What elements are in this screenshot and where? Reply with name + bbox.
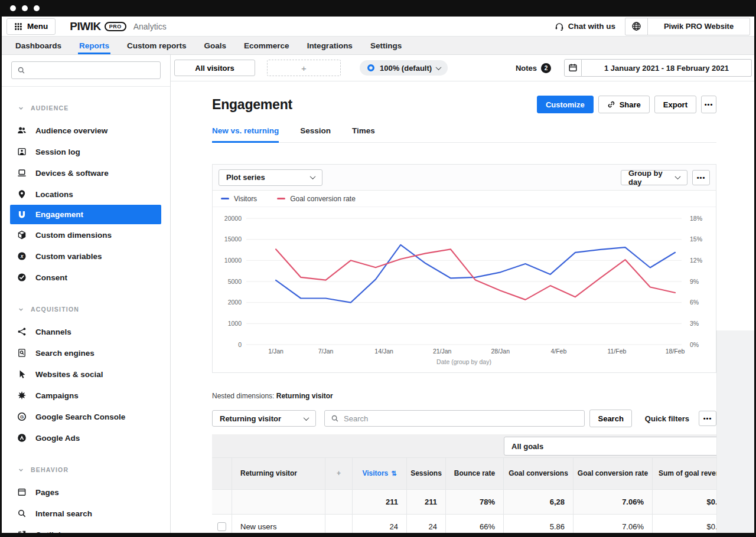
sidebar-item-internal-search[interactable]: Internal search	[2, 503, 161, 524]
nav-tab-integrations[interactable]: Integrations	[298, 37, 361, 54]
nav-tab-reports[interactable]: Reports	[70, 37, 118, 54]
all-goals-select[interactable]: All goals	[504, 437, 716, 456]
sidebar-item-channels[interactable]: Channels	[2, 321, 161, 342]
segment-all-visitors-button[interactable]: All visitors	[174, 60, 255, 76]
nav-tab-custom-reports[interactable]: Custom reports	[118, 37, 195, 54]
sidebar-item-devices-software[interactable]: Devices & software	[2, 162, 161, 184]
section-label: ACQUISITION	[31, 306, 79, 313]
sidebar-item-campaigns[interactable]: Campaigns	[2, 385, 161, 406]
group-by-select[interactable]: Group by day	[621, 170, 687, 185]
search-icon	[17, 66, 25, 74]
sidebar-item-engagement[interactable]: Engagement	[10, 205, 161, 224]
main-nav-tabs: DashboardsReportsCustom reportsGoalsEcom…	[2, 37, 754, 55]
group-by-label: Group by day	[628, 169, 676, 186]
svg-text:3%: 3%	[690, 320, 699, 327]
table-cell: 66%	[446, 515, 504, 533]
google-ads-icon	[17, 433, 27, 443]
sidebar-item-audience-overview[interactable]: Audience overview	[2, 120, 161, 141]
sidebar-item-google-search-console[interactable]: GGoogle Search Console	[2, 406, 161, 427]
column-header-goal-conversions[interactable]: Goal conversions	[504, 458, 573, 490]
sidebar-section-header-acquisition[interactable]: ACQUISITION	[2, 301, 170, 317]
column-header-sessions[interactable]: Sessions	[407, 458, 446, 490]
customize-button[interactable]: Customize	[537, 96, 594, 113]
sidebar-item-google-ads[interactable]: Google Ads	[2, 427, 161, 448]
column-header-returning-visitor[interactable]: Returning visitor	[232, 458, 325, 490]
svg-text:9%: 9%	[690, 278, 699, 285]
column-header-sum-of-goal-revenue[interactable]: Sum of goal revenue	[653, 458, 716, 490]
chart-panel-header: Plot series Group by day •••	[213, 165, 716, 191]
sidebar-section-behavior: BEHAVIORPagesInternal searchOutlinks	[2, 461, 170, 533]
svg-text:7/Jan: 7/Jan	[318, 348, 334, 355]
chat-label: Chat with us	[568, 22, 615, 31]
sidebar-search-box[interactable]	[11, 61, 161, 79]
sidebar-section-header-audience[interactable]: AUDIENCE	[2, 100, 170, 116]
dimension-select[interactable]: Returning visitor	[212, 410, 316, 427]
window-maximize-dot[interactable]	[34, 5, 40, 11]
svg-text:20000: 20000	[224, 215, 242, 222]
sidebar-item-custom-dimensions[interactable]: Custom dimensions	[2, 224, 161, 245]
date-range-field[interactable]: 1 January 2021 - 18 February 2021	[582, 59, 752, 77]
sidebar-item-outlinks[interactable]: Outlinks	[2, 524, 161, 533]
sampling-pill[interactable]: 100% (default)	[360, 60, 448, 76]
chevron-down-icon	[310, 173, 316, 179]
svg-text:21/Jan: 21/Jan	[433, 348, 452, 355]
report-header: Engagement Customize Share Export •••	[212, 96, 716, 113]
calendar-button[interactable]	[564, 59, 582, 77]
nav-tab-dashboards[interactable]: Dashboards	[6, 37, 70, 54]
sidebar-item-search-engines[interactable]: Search engines	[2, 342, 161, 364]
section-label: BEHAVIOR	[31, 466, 69, 473]
column-header-visitors[interactable]: Visitors⇅	[353, 458, 407, 490]
report-tab-session[interactable]: Session	[300, 126, 331, 142]
table-cell	[325, 490, 353, 515]
table-cell	[325, 515, 353, 533]
report-tab-new-vs-returning[interactable]: New vs. returning	[212, 126, 279, 142]
table-search-input[interactable]	[344, 414, 578, 423]
column-header-label: Visitors	[362, 469, 388, 478]
plot-series-select[interactable]: Plot series	[219, 169, 322, 186]
nav-tab-goals[interactable]: Goals	[195, 37, 236, 54]
sidebar-item-websites-social[interactable]: Websites & social	[2, 364, 161, 385]
window-close-dot[interactable]	[10, 5, 16, 11]
nav-tab-ecommerce[interactable]: Ecommerce	[235, 37, 298, 54]
chevron-down-icon	[304, 415, 309, 421]
column-header-bounce-rate[interactable]: Bounce rate	[446, 458, 504, 490]
website-name[interactable]: Piwik PRO Website	[648, 18, 750, 35]
sidebar-item-pages[interactable]: Pages	[2, 482, 161, 503]
row-checkbox[interactable]	[217, 522, 226, 531]
share-label: Share	[620, 100, 641, 109]
chat-with-us-button[interactable]: Chat with us	[555, 22, 615, 31]
column-header-goal-conversion-rate[interactable]: Goal conversion rate	[573, 458, 653, 490]
menu-button[interactable]: Menu	[6, 18, 56, 35]
share-button[interactable]: Share	[598, 96, 650, 113]
table-more-button[interactable]: •••	[699, 411, 716, 426]
logo-brand: PIWIK	[70, 20, 100, 33]
search-button[interactable]: Search	[589, 410, 631, 427]
legend-item-visitors[interactable]: Visitors	[221, 195, 257, 203]
sidebar-item-session-log[interactable]: Session log	[2, 141, 161, 162]
svg-text:0%: 0%	[690, 341, 699, 348]
table-cell: 24	[407, 515, 446, 533]
sidebar-search	[2, 55, 170, 87]
export-button[interactable]: Export	[654, 96, 696, 113]
sidebar-item-locations[interactable]: Locations	[2, 184, 161, 205]
app-window: Menu PIWIK PRO Analytics Chat with us Pi…	[0, 0, 756, 537]
sidebar-item-consent[interactable]: Consent	[2, 267, 161, 288]
sidebar-search-input[interactable]	[30, 66, 155, 75]
svg-text:Date (group by day): Date (group by day)	[436, 358, 491, 365]
sidebar-nav: AUDIENCEAudience overviewSession logDevi…	[2, 87, 170, 533]
sidebar-item-custom-variables[interactable]: xCustom variables	[2, 245, 161, 267]
globe-button[interactable]	[625, 18, 648, 35]
quick-filters-button[interactable]: Quick filters	[640, 414, 694, 423]
nav-tab-settings[interactable]: Settings	[361, 37, 410, 54]
report-tab-times[interactable]: Times	[352, 126, 375, 142]
window-minimize-dot[interactable]	[22, 5, 28, 11]
add-column-button[interactable]: +	[325, 458, 353, 490]
sidebar-section-header-behavior[interactable]: BEHAVIOR	[2, 461, 170, 478]
add-segment-button[interactable]: +	[267, 60, 341, 76]
notes-button[interactable]: Notes 2	[516, 63, 551, 73]
chart-more-button[interactable]: •••	[692, 170, 710, 185]
table-search-box[interactable]	[324, 410, 585, 427]
report-more-button[interactable]: •••	[701, 96, 716, 113]
legend-item-goal-conversion-rate[interactable]: Goal conversion rate	[277, 195, 356, 203]
sidebar-item-label: Locations	[35, 190, 73, 199]
